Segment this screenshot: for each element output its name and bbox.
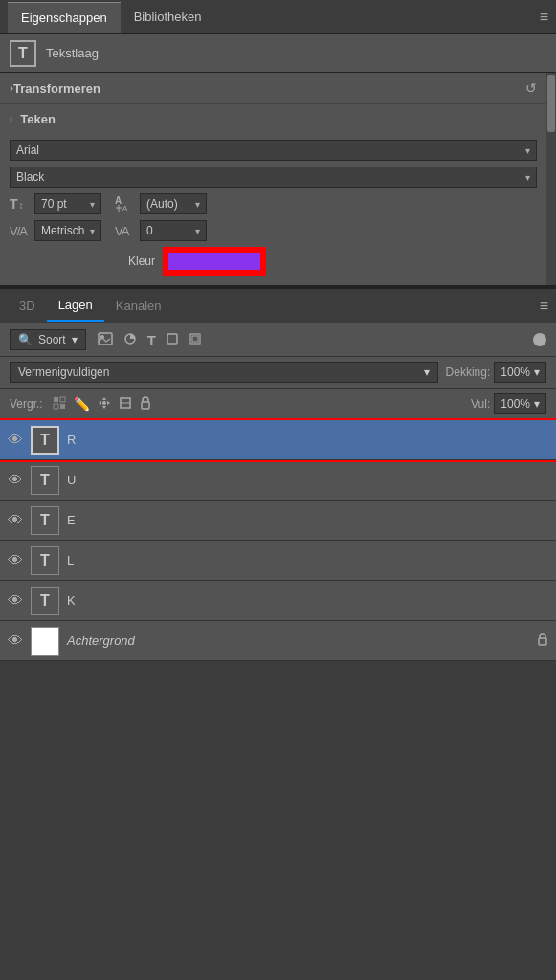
svg-rect-10 bbox=[54, 397, 58, 402]
panel-menu-icon[interactable]: ≡ bbox=[540, 9, 548, 26]
layer-L-visibility-icon[interactable]: 👁 bbox=[8, 552, 23, 569]
layer-row-L[interactable]: 👁 T L bbox=[0, 541, 556, 581]
layer-type-header: T Tekstlaag bbox=[0, 34, 556, 73]
teken-header[interactable]: ‹ Teken bbox=[0, 104, 546, 134]
blend-opacity-row: Vermenigvuldigen ▾ Dekking: 100% ▾ bbox=[0, 357, 556, 389]
svg-rect-21 bbox=[142, 402, 149, 409]
layer-K-thumbnail: T bbox=[31, 587, 59, 615]
layer-row-E[interactable]: 👁 T E bbox=[0, 501, 556, 541]
layer-K-thumb-icon: T bbox=[40, 592, 50, 610]
filter-adjustment-icon[interactable] bbox=[122, 332, 138, 348]
transformeren-section[interactable]: › Transformeren ↺ bbox=[0, 73, 546, 104]
layer-E-name: E bbox=[67, 513, 76, 527]
layer-U-visibility-icon[interactable]: 👁 bbox=[8, 472, 23, 489]
tab-bibliotheken[interactable]: Bibliotheken bbox=[121, 2, 215, 32]
kleur-swatch[interactable] bbox=[167, 251, 262, 272]
teken-section: Arial ▾ Black ▾ T↕ bbox=[0, 134, 546, 285]
layer-row-K[interactable]: 👁 T K bbox=[0, 581, 556, 621]
layers-toolbar: 🔍 Soort ▾ T bbox=[0, 323, 556, 357]
teken-title: Teken bbox=[20, 112, 56, 126]
transformeren-title: Transformeren bbox=[13, 81, 100, 96]
properties-panel: › Transformeren ↺ ‹ Teken Arial ▾ bbox=[0, 73, 556, 287]
layer-U-name: U bbox=[67, 473, 76, 487]
tracking-icon: V/A bbox=[10, 224, 31, 238]
vul-label: Vul: bbox=[471, 397, 490, 411]
font-family-dropdown[interactable]: Arial ▾ bbox=[10, 140, 537, 161]
tracking-dropdown[interactable]: Metrisch ▾ bbox=[34, 220, 101, 241]
layer-K-visibility-icon[interactable]: 👁 bbox=[8, 592, 23, 610]
fontsize-icon: T↕ bbox=[10, 197, 31, 211]
layers-tabs: 3D Lagen Kanalen ≡ bbox=[0, 289, 556, 323]
filter-type-icon[interactable]: T bbox=[147, 332, 156, 348]
fontsize-caret: ▾ bbox=[90, 199, 95, 210]
leading-value: (Auto) bbox=[146, 197, 178, 211]
search-icon: 🔍 bbox=[18, 333, 33, 346]
kleur-swatch-container[interactable] bbox=[163, 247, 266, 276]
layer-L-name: L bbox=[67, 553, 74, 568]
vul-group: Vul: 100% ▾ bbox=[471, 393, 546, 414]
leading-icon: A A bbox=[115, 194, 136, 214]
vergr-vul-row: Vergr.: ✏️ bbox=[0, 389, 556, 420]
kerning-dropdown[interactable]: 0 ▾ bbox=[140, 220, 207, 241]
blend-mode-dropdown[interactable]: Vermenigvuldigen ▾ bbox=[10, 362, 438, 383]
tracking-value: Metrisch bbox=[41, 224, 84, 237]
opacity-group: Dekking: 100% ▾ bbox=[446, 362, 546, 383]
font-style-dropdown[interactable]: Black ▾ bbox=[10, 167, 537, 188]
filter-image-icon[interactable] bbox=[98, 332, 113, 348]
layer-achtergrond-visibility-icon[interactable]: 👁 bbox=[8, 633, 23, 650]
svg-rect-9 bbox=[192, 336, 198, 342]
tab-kanalen[interactable]: Kanalen bbox=[104, 291, 173, 321]
lock-artboard-icon[interactable] bbox=[119, 396, 132, 412]
kerning-icon: VA bbox=[115, 224, 136, 238]
layer-row-achtergrond[interactable]: 👁 Achtergrond bbox=[0, 621, 556, 661]
layer-R-visibility-icon[interactable]: 👁 bbox=[8, 432, 23, 449]
properties-scrollbar[interactable] bbox=[546, 73, 556, 285]
leading-dropdown[interactable]: (Auto) ▾ bbox=[140, 193, 207, 214]
opacity-value[interactable]: 100% ▾ bbox=[494, 362, 546, 383]
vergr-label: Vergr.: bbox=[10, 397, 43, 411]
filter-circle-button[interactable] bbox=[533, 333, 546, 346]
tab-lagen[interactable]: Lagen bbox=[47, 290, 104, 322]
tracking-caret: ▾ bbox=[90, 226, 95, 236]
font-family-caret: ▾ bbox=[525, 145, 530, 156]
fontsize-dropdown[interactable]: 70 pt ▾ bbox=[34, 193, 101, 214]
tracking-group: V/A Metrisch ▾ bbox=[10, 220, 101, 241]
transformeren-reset-icon[interactable]: ↺ bbox=[525, 80, 537, 96]
svg-marker-17 bbox=[107, 401, 110, 405]
filter-kind-caret: ▾ bbox=[72, 333, 78, 346]
text-layer-icon: T bbox=[10, 40, 36, 67]
opacity-caret: ▾ bbox=[534, 366, 540, 379]
layers-menu-icon[interactable]: ≡ bbox=[540, 298, 548, 315]
lock-all-icon[interactable] bbox=[140, 396, 151, 412]
filter-kind-dropdown[interactable]: 🔍 Soort ▾ bbox=[10, 329, 86, 350]
layer-U-thumbnail: T bbox=[31, 466, 59, 495]
properties-tabs: Eigenschappen Bibliotheken ≡ bbox=[0, 0, 556, 34]
svg-text:A: A bbox=[122, 204, 128, 212]
layer-R-thumb-icon: T bbox=[40, 432, 50, 449]
filter-smart-icon[interactable] bbox=[189, 332, 202, 348]
lock-image-icon[interactable]: ✏️ bbox=[74, 396, 90, 412]
tab-eigenschappen[interactable]: Eigenschappen bbox=[8, 2, 121, 33]
vul-value[interactable]: 100% ▾ bbox=[494, 393, 546, 414]
svg-marker-15 bbox=[102, 406, 106, 409]
tracking-kerning-row: V/A Metrisch ▾ VA 0 ▾ bbox=[10, 220, 537, 241]
lock-position-icon[interactable] bbox=[98, 396, 111, 412]
filter-shape-icon[interactable] bbox=[166, 332, 179, 348]
scrollbar-thumb[interactable] bbox=[547, 75, 555, 132]
opacity-label: Dekking: bbox=[446, 366, 491, 379]
fontsize-group: T↕ 70 pt ▾ bbox=[10, 193, 101, 214]
layer-L-thumb-icon: T bbox=[40, 552, 50, 569]
layer-achtergrond-thumbnail bbox=[31, 627, 59, 656]
leading-group: A A (Auto) ▾ bbox=[115, 193, 207, 214]
svg-rect-13 bbox=[60, 404, 65, 409]
layer-row-R[interactable]: 👁 T R bbox=[0, 420, 556, 460]
svg-rect-12 bbox=[54, 404, 58, 409]
layer-R-thumbnail: T bbox=[31, 426, 59, 455]
tab-3d[interactable]: 3D bbox=[8, 291, 47, 321]
layer-row-U[interactable]: 👁 T U bbox=[0, 460, 556, 501]
font-style-caret: ▾ bbox=[525, 172, 530, 183]
fontsize-leading-row: T↕ 70 pt ▾ A A bbox=[10, 193, 537, 214]
layer-E-visibility-icon[interactable]: 👁 bbox=[8, 512, 23, 529]
lock-transparent-icon[interactable] bbox=[53, 396, 66, 412]
svg-point-18 bbox=[102, 401, 106, 405]
